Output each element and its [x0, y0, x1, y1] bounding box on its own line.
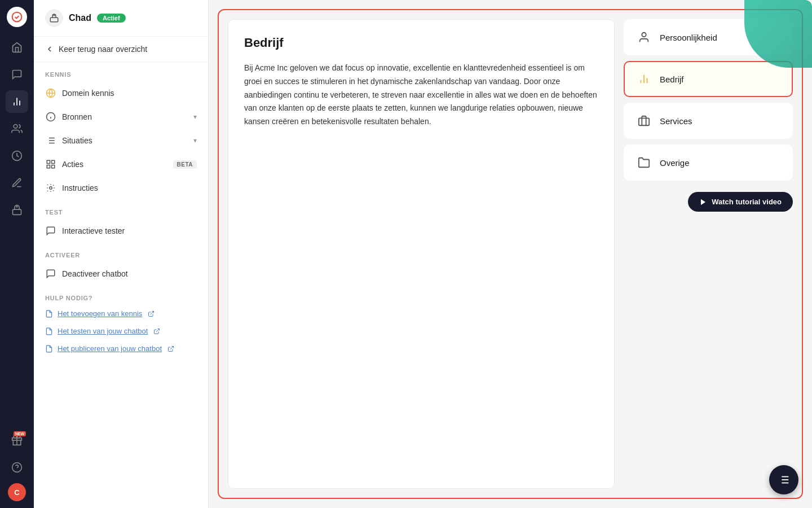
sources-icon	[45, 111, 56, 122]
domain-icon	[45, 87, 56, 99]
section-test-label: TEST	[34, 200, 208, 219]
mic-fab-button[interactable]	[769, 465, 798, 494]
svg-rect-12	[50, 17, 58, 22]
bedrijf-label: Bedrijf	[660, 75, 684, 84]
svg-line-29	[156, 329, 160, 332]
svg-rect-6	[13, 209, 21, 214]
domein-kennis-label: Domein kennis	[62, 89, 197, 98]
svg-rect-26	[47, 165, 50, 168]
panel-title: Bedrijf	[244, 36, 598, 50]
help-link-testen-label: Het testen van jouw chatbot	[58, 327, 148, 335]
beta-badge: BETA	[173, 160, 197, 169]
sidebar-item-instructies[interactable]: Instructies	[34, 176, 208, 200]
sidebar: Chad Actief Keer terug naar overzicht KE…	[34, 0, 209, 508]
sidebar-item-situaties[interactable]: Situaties ▾	[34, 129, 208, 152]
services-label: Services	[660, 116, 692, 126]
help-link-publiceren-label: Het publiceren van jouw chatbot	[58, 344, 162, 353]
persoonlijkheid-label: Persoonlijkheid	[660, 33, 717, 42]
nav-bot[interactable]	[6, 199, 28, 221]
nav-analytics[interactable]	[6, 90, 28, 113]
svg-rect-24	[52, 160, 55, 163]
section-help-label: HULP NODIG?	[34, 286, 208, 305]
nav-users[interactable]	[6, 117, 28, 140]
new-badge: NEW	[14, 431, 26, 436]
tester-icon	[45, 225, 56, 237]
watch-video-label: Watch tutorial video	[712, 198, 782, 206]
svg-line-30	[170, 346, 174, 349]
bot-avatar-icon	[45, 9, 63, 27]
nav-help[interactable]	[6, 456, 28, 479]
overige-label: Overige	[660, 158, 690, 168]
right-panel: Persoonlijkheid Bedrijf	[624, 19, 793, 489]
svg-point-7	[16, 206, 17, 207]
nav-reports[interactable]	[6, 144, 28, 167]
help-link-testen[interactable]: Het testen van jouw chatbot	[34, 322, 208, 340]
help-link-toevoegen[interactable]: Het toevoegen van kennis	[34, 305, 208, 322]
instructies-label: Instructies	[62, 183, 197, 192]
instructions-icon	[45, 182, 56, 194]
chevron-bronnen-icon: ▾	[193, 113, 197, 121]
active-badge: Actief	[97, 14, 126, 23]
main-content: Bedrijf Bij Acme Inc geloven we dat focu…	[209, 0, 812, 508]
svg-point-0	[12, 12, 22, 22]
nav-design[interactable]	[6, 172, 28, 194]
sidebar-item-acties[interactable]: Acties BETA	[34, 152, 208, 176]
back-label: Keer terug naar overzicht	[59, 45, 147, 54]
sidebar-item-tester[interactable]: Interactieve tester	[34, 219, 208, 243]
panel-content: Bij Acme Inc geloven we dat focus op inn…	[244, 62, 598, 129]
chart-icon	[636, 71, 652, 87]
overige-card[interactable]: Overige	[624, 144, 793, 181]
sidebar-item-deactiveer[interactable]: Deactiveer chatbot	[34, 262, 208, 286]
nav-home[interactable]	[6, 36, 28, 59]
help-link-toevoegen-label: Het toevoegen van kennis	[58, 309, 142, 318]
bronnen-label: Bronnen	[62, 112, 188, 121]
center-panel: Bedrijf Bij Acme Inc geloven we dat focu…	[228, 19, 615, 489]
back-button[interactable]: Keer terug naar overzicht	[34, 37, 208, 62]
section-kennis-label: KENNIS	[34, 62, 208, 81]
bedrijf-card[interactable]: Bedrijf	[624, 61, 793, 97]
nav-gift[interactable]: NEW	[6, 429, 28, 452]
main-inner: Bedrijf Bij Acme Inc geloven we dat focu…	[218, 9, 803, 499]
svg-line-28	[151, 311, 154, 314]
chevron-situaties-icon: ▾	[193, 137, 197, 144]
section-activeer-label: ACTIVEER	[34, 243, 208, 262]
folder-icon	[636, 155, 652, 170]
svg-point-4	[14, 125, 17, 129]
svg-point-27	[50, 187, 52, 190]
nav-chat[interactable]	[6, 63, 28, 86]
sidebar-item-domein-kennis[interactable]: Domein kennis	[34, 81, 208, 105]
app-logo	[7, 7, 27, 27]
situations-icon	[45, 135, 56, 146]
deactivate-icon	[45, 268, 56, 279]
svg-marker-36	[701, 199, 705, 205]
watch-video-button[interactable]: Watch tutorial video	[688, 192, 793, 212]
svg-rect-23	[47, 160, 50, 163]
svg-rect-25	[52, 165, 55, 168]
sidebar-header: Chad Actief	[34, 0, 208, 37]
actions-icon	[45, 159, 56, 170]
acties-label: Acties	[62, 160, 167, 169]
user-avatar[interactable]: C	[8, 483, 26, 501]
icon-bar: NEW C	[0, 0, 34, 508]
tester-label: Interactieve tester	[62, 226, 197, 235]
svg-rect-35	[639, 118, 649, 125]
briefcase-icon	[636, 113, 652, 129]
services-card[interactable]: Services	[624, 103, 793, 139]
situaties-label: Situaties	[62, 136, 188, 145]
svg-point-31	[642, 33, 646, 37]
bot-name: Chad	[69, 13, 91, 23]
person-icon	[636, 29, 652, 45]
help-link-publiceren[interactable]: Het publiceren van jouw chatbot	[34, 340, 208, 357]
svg-point-13	[54, 14, 55, 15]
sidebar-item-bronnen[interactable]: Bronnen ▾	[34, 105, 208, 129]
deactiveer-label: Deactiveer chatbot	[62, 269, 197, 278]
